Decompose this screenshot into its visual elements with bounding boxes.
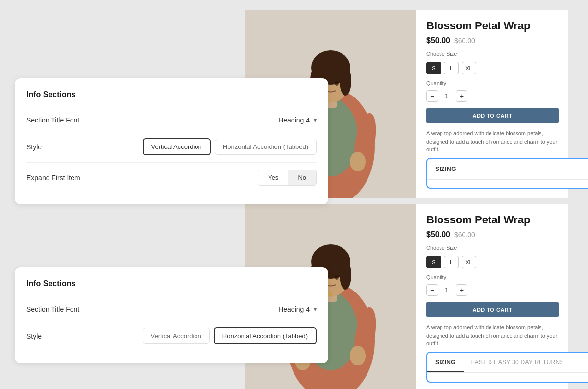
section-title-font-label-2: Section Title Font bbox=[26, 305, 79, 313]
size-s-btn-2[interactable]: S bbox=[426, 256, 441, 268]
tab-accordion-2: SIZING FAST & EASY 30 DAY RETURNS model … bbox=[426, 352, 588, 383]
qty-control-2: − 1 + bbox=[426, 284, 559, 296]
style-control: Vertical Accordion Horizontal Accordion … bbox=[143, 138, 317, 155]
section-title-font-value-2: Heading 4 bbox=[278, 305, 310, 313]
chevron-down-icon-2: ▾ bbox=[314, 306, 317, 313]
accordion-title-returns-1: FAST & EASY 30 DAY RETURNS bbox=[435, 187, 532, 189]
size-l-btn-1[interactable]: L bbox=[444, 62, 459, 74]
size-s-btn-1[interactable]: S bbox=[426, 62, 441, 74]
section-title-font-dropdown-2[interactable]: Heading 4 ▾ bbox=[278, 305, 317, 313]
product-info-2: Blossom Petal Wrap $50.00 $60.00 Choose … bbox=[416, 204, 568, 389]
size-label-1: Choose Size bbox=[426, 51, 559, 57]
price-group-2: $50.00 $60.00 bbox=[426, 230, 559, 239]
qty-label-2: Quantity bbox=[426, 274, 559, 280]
expand-first-row: Expand First Item Yes No bbox=[26, 162, 317, 193]
product-description-2: A wrap top adorned with delicate blossom… bbox=[426, 323, 559, 348]
accordion-title-sizing-1: SIZING bbox=[435, 166, 456, 172]
size-options-1: S L XL bbox=[426, 62, 559, 74]
price-current-1: $50.00 bbox=[426, 36, 450, 45]
qty-minus-btn-1[interactable]: − bbox=[426, 90, 438, 102]
svg-point-21 bbox=[340, 260, 351, 290]
panel-title-2: Info Sections bbox=[26, 279, 317, 288]
tab-header-2: SIZING FAST & EASY 30 DAY RETURNS bbox=[427, 353, 588, 373]
svg-point-23 bbox=[335, 275, 339, 280]
accordion-header-sizing-1[interactable]: SIZING ∨ bbox=[427, 159, 588, 179]
qty-value-1: 1 bbox=[443, 92, 451, 100]
accordion-header-returns-1[interactable]: FAST & EASY 30 DAY RETURNS ∨ bbox=[427, 180, 588, 189]
settings-panel-2: Info Sections Section Title Font Heading… bbox=[15, 267, 328, 363]
info-accordion-1: SIZING ∨ FAST & EASY 30 DAY RETURNS ∨ bbox=[426, 158, 588, 189]
qty-plus-btn-1[interactable]: + bbox=[456, 90, 467, 102]
horizontal-accordion-btn-2[interactable]: Horizontal Accordion (Tabbed) bbox=[214, 327, 317, 344]
svg-point-27 bbox=[350, 346, 366, 365]
chevron-down-icon: ▾ bbox=[314, 117, 317, 123]
vertical-accordion-btn[interactable]: Vertical Accordion bbox=[143, 138, 211, 155]
size-options-2: S L XL bbox=[426, 256, 559, 268]
tab-content-list-2: model is 172cm and wears a size 6 model … bbox=[435, 381, 588, 383]
section-title-font-row: Section Title Font Heading 4 ▾ bbox=[26, 109, 317, 131]
style-label: Style bbox=[26, 143, 42, 151]
price-group-1: $50.00 $60.00 bbox=[426, 36, 559, 45]
section-title-font-dropdown[interactable]: Heading 4 ▾ bbox=[278, 116, 317, 124]
qty-minus-btn-2[interactable]: − bbox=[426, 284, 438, 296]
tab-returns-2[interactable]: FAST & EASY 30 DAY RETURNS bbox=[464, 353, 572, 372]
tab-sizing-2[interactable]: SIZING bbox=[427, 353, 464, 372]
expand-first-label: Expand First Item bbox=[26, 174, 80, 182]
price-original-2: $60.00 bbox=[454, 231, 475, 239]
expand-first-toggle[interactable]: Yes No bbox=[258, 170, 317, 186]
size-xl-btn-2[interactable]: XL bbox=[462, 256, 476, 268]
panel-title-1: Info Sections bbox=[26, 90, 317, 99]
svg-point-7 bbox=[340, 66, 351, 96]
qty-plus-btn-2[interactable]: + bbox=[456, 284, 467, 296]
toggle-no-btn[interactable]: No bbox=[288, 170, 316, 185]
qty-control-1: − 1 + bbox=[426, 90, 559, 102]
section-title-font-row-2: Section Title Font Heading 4 ▾ bbox=[26, 298, 317, 320]
tab-content-item-1: model is 172cm and wears a size 6 bbox=[443, 381, 588, 383]
section-title-font-label: Section Title Font bbox=[26, 116, 79, 124]
product-name-1: Blossom Petal Wrap bbox=[426, 20, 559, 32]
product-info-1: Blossom Petal Wrap $50.00 $60.00 Choose … bbox=[416, 10, 568, 198]
size-label-2: Choose Size bbox=[426, 245, 559, 251]
size-l-btn-2[interactable]: L bbox=[444, 256, 459, 268]
product-name-2: Blossom Petal Wrap bbox=[426, 214, 559, 226]
toggle-yes-btn[interactable]: Yes bbox=[258, 170, 288, 185]
style-row: Style Vertical Accordion Horizontal Acco… bbox=[26, 131, 317, 162]
add-to-cart-btn-2[interactable]: ADD TO CART bbox=[426, 302, 559, 317]
svg-point-9 bbox=[335, 81, 339, 86]
accordion-item-returns-1: FAST & EASY 30 DAY RETURNS ∨ bbox=[427, 180, 588, 189]
vertical-accordion-btn-2[interactable]: Vertical Accordion bbox=[143, 328, 210, 344]
tab-content-2: model is 172cm and wears a size 6 model … bbox=[427, 373, 588, 383]
qty-label-1: Quantity bbox=[426, 80, 559, 86]
style-label-2: Style bbox=[26, 332, 42, 340]
style-row-2: Style Vertical Accordion Horizontal Acco… bbox=[26, 320, 317, 351]
qty-value-2: 1 bbox=[443, 286, 451, 294]
price-original-1: $60.00 bbox=[454, 37, 475, 45]
horizontal-accordion-btn[interactable]: Horizontal Accordion (Tabbed) bbox=[215, 139, 317, 155]
accordion-item-sizing-1: SIZING ∨ bbox=[427, 159, 588, 180]
svg-point-13 bbox=[350, 152, 366, 171]
price-current-2: $50.00 bbox=[426, 230, 450, 239]
svg-point-28 bbox=[329, 293, 332, 296]
section-title-font-value: Heading 4 bbox=[278, 116, 310, 124]
style-control-2: Vertical Accordion Horizontal Accordion … bbox=[143, 327, 317, 344]
size-xl-btn-1[interactable]: XL bbox=[462, 62, 476, 74]
product-description-1: A wrap top adorned with delicate blossom… bbox=[426, 129, 559, 154]
settings-panel-1: Info Sections Section Title Font Heading… bbox=[15, 78, 328, 204]
add-to-cart-btn-1[interactable]: ADD TO CART bbox=[426, 108, 559, 123]
